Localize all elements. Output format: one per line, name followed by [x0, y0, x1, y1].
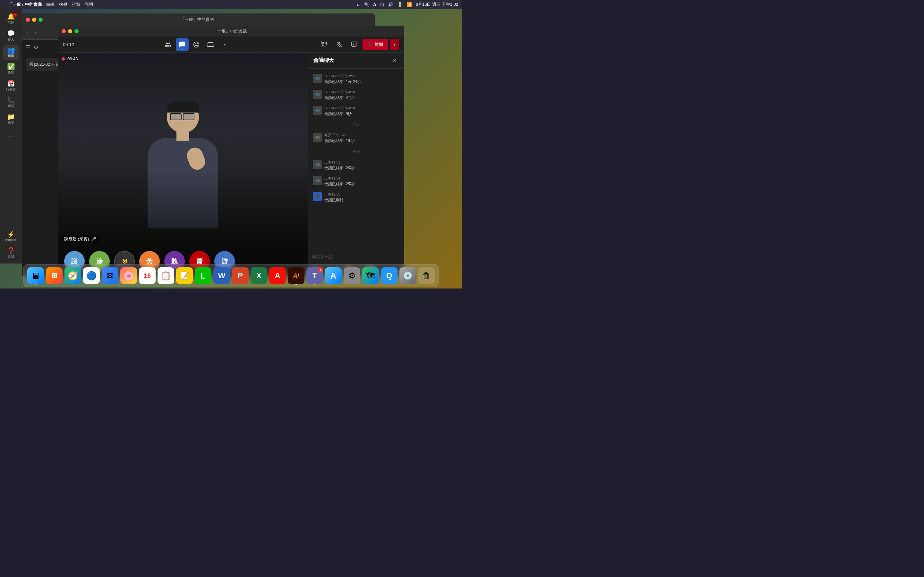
- settings-icon[interactable]: ⚙: [33, 44, 39, 51]
- msg-text-6: 會議已結束: 25秒: [325, 181, 400, 187]
- more-actions-button[interactable]: ···: [218, 38, 231, 51]
- dock-illustrator[interactable]: Ai: [288, 268, 304, 284]
- sidebar-item-help[interactable]: ❓ 說明: [3, 245, 19, 261]
- msg-time-1: 2021/6/12 下午3:55: [325, 74, 355, 79]
- mic-off-icon: [336, 41, 343, 48]
- chat-input-field[interactable]: [312, 254, 401, 259]
- msg-header-3: 2021/6/12 下午4:24: [325, 106, 400, 111]
- calendar-label: 行事曆: [6, 87, 16, 92]
- chat-panel-title: 會議聊天: [313, 57, 334, 64]
- minimize-button[interactable]: [32, 18, 36, 22]
- topbar-left: 「一般」中的會議 編輯 檢視 視窗 說明: [4, 2, 93, 7]
- meeting-titlebar: 「一般」中的會議: [58, 26, 404, 37]
- spotlight-icon[interactable]: 🔍: [364, 2, 369, 7]
- dock-sysprefs[interactable]: ⚙: [344, 268, 360, 284]
- main-video: 06:43 陳彥廷 (來賓) 🎤: [58, 53, 308, 247]
- meeting-controls-bar: 09:12 ···: [58, 37, 404, 53]
- dock-reminders[interactable]: 📋: [158, 268, 174, 284]
- msg-icon-4: 📹: [313, 133, 322, 142]
- dock-appstore[interactable]: A: [325, 268, 342, 284]
- menu-view[interactable]: 檢視: [59, 2, 67, 7]
- dock-photos[interactable]: 🌸: [120, 268, 137, 284]
- filter-icon[interactable]: ☰: [26, 44, 31, 51]
- chat-panel-header: 會議聊天 ✕: [309, 53, 404, 69]
- msg-text-4: 會議已結束: 19 秒: [325, 138, 400, 143]
- sidebar-item-files[interactable]: 📁 檔案: [3, 111, 19, 127]
- tasks-icon: ✅: [7, 63, 15, 70]
- video-background: 06:43: [58, 53, 308, 247]
- nav-back-button[interactable]: ‹: [25, 29, 31, 37]
- reactions-button[interactable]: [190, 38, 203, 51]
- teams-icon: 👥: [7, 47, 15, 53]
- menu-help[interactable]: 說明: [85, 2, 93, 7]
- dock-word[interactable]: W: [213, 268, 230, 284]
- msg-content-1: 2021/6/12 下午3:55 會議已結束: 1分 24秒: [325, 74, 400, 85]
- msg-content-6: 上午11:54 會議已結束: 25秒: [325, 176, 400, 187]
- camera-toggle-button[interactable]: [318, 38, 331, 51]
- sidebar-item-teams[interactable]: 👥 團隊: [3, 45, 19, 60]
- nav-forward-button[interactable]: ›: [32, 29, 38, 37]
- siri-icon[interactable]: 🎙: [355, 2, 360, 7]
- teams-badge: 1: [318, 268, 323, 272]
- video-participant-label: 陳彥廷 (來賓) 🎤: [61, 235, 99, 243]
- leave-dropdown-button[interactable]: ▾: [390, 39, 399, 50]
- dock-calendar[interactable]: 16: [139, 268, 156, 284]
- meeting-maximize-button[interactable]: [74, 29, 79, 33]
- finder-dot: [35, 284, 36, 285]
- activity-label: 活動: [8, 21, 14, 25]
- menu-window[interactable]: 視窗: [72, 2, 80, 7]
- close-button[interactable]: [26, 18, 30, 22]
- dock-excel[interactable]: X: [250, 268, 267, 284]
- dock-proxyman[interactable]: Q: [381, 268, 397, 284]
- participants-button[interactable]: [162, 38, 174, 51]
- battery-icon: 🔋: [397, 2, 403, 7]
- sidebar-item-calls[interactable]: 📞 通話: [3, 95, 19, 110]
- teams-label: 團隊: [8, 54, 14, 58]
- files-icon: 📁: [7, 113, 15, 120]
- chrome-icon: 🔵: [86, 271, 97, 281]
- dock-trash[interactable]: 🗑: [418, 268, 435, 284]
- dock-launchpad[interactable]: ⊞: [46, 268, 63, 284]
- chat-button[interactable]: [176, 38, 189, 51]
- chat-close-button[interactable]: ✕: [390, 56, 399, 65]
- dock-teams[interactable]: T 1: [306, 268, 323, 284]
- present-button[interactable]: [348, 38, 360, 51]
- meeting-close-button[interactable]: [61, 29, 66, 33]
- window-controls: [26, 18, 43, 22]
- recording-indicator: 06:43: [61, 56, 78, 61]
- present-icon: [351, 41, 358, 48]
- sidebar-item-apps[interactable]: ⚡ 應用程式: [3, 229, 19, 244]
- sidebar-item-chat[interactable]: 💬 聊天: [3, 28, 19, 44]
- msg-icon-5: 📹: [313, 160, 322, 169]
- dock-notes[interactable]: 📝: [176, 268, 193, 284]
- dock-powerpoint[interactable]: P: [232, 268, 249, 284]
- dock-safari[interactable]: 🧭: [65, 268, 81, 284]
- dock-finder[interactable]: 🖥: [27, 268, 44, 284]
- meeting-minimize-button[interactable]: [68, 29, 72, 33]
- msg-content-3: 2021/6/12 下午4:24 會議已結束: 9秒: [325, 106, 400, 117]
- safari-icon: 🧭: [68, 271, 78, 281]
- chat-message-7: 🎥 下午12:53 會議已開始: [311, 191, 402, 204]
- sidebar-item-calendar[interactable]: 📅 行事曆: [3, 78, 19, 93]
- mute-button[interactable]: [333, 38, 346, 51]
- dock-mail[interactable]: ✉: [102, 268, 118, 284]
- dock-diskutil[interactable]: 💿: [399, 268, 416, 284]
- sidebar-item-activity[interactable]: 🔔 活動 1: [3, 11, 19, 27]
- sidebar-item-tasks[interactable]: ✅ 作業: [3, 61, 19, 77]
- leave-button[interactable]: 📞 離開: [363, 39, 388, 50]
- maximize-button[interactable]: [39, 18, 43, 22]
- menu-edit[interactable]: 編輯: [46, 2, 55, 7]
- dock-line[interactable]: L: [195, 268, 212, 284]
- dock-acrobat[interactable]: A: [269, 268, 286, 284]
- meeting-window-controls: [61, 29, 79, 33]
- teams-sidebar: 🔔 活動 1 💬 聊天 👥 團隊 ✅ 作業 📅 行事曆 📞 通話 📁 檔案 ··…: [0, 9, 22, 263]
- appstore-icon: A: [330, 271, 336, 281]
- sidebar-item-more[interactable]: ···: [3, 128, 19, 143]
- dock-maps[interactable]: 🗺: [362, 268, 379, 284]
- msg-header-2: 2021/6/12 下午4:20: [325, 90, 400, 95]
- files-label: 檔案: [8, 121, 14, 125]
- msg-icon-1: 📹: [313, 74, 322, 83]
- dock-chrome[interactable]: 🔵: [83, 268, 100, 284]
- share-tray-button[interactable]: [204, 38, 217, 51]
- illustrator-dot: [296, 284, 297, 285]
